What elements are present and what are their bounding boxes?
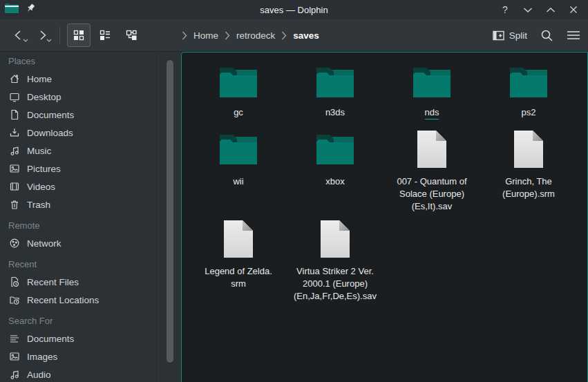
folder-icon — [5, 3, 19, 17]
sidebar-item-label: Trash — [27, 200, 50, 210]
content-area: Places Home Desktop Documents Downloads … — [0, 52, 588, 382]
places-panel: Places Home Desktop Documents Downloads … — [0, 52, 181, 382]
forward-history-caret-icon[interactable] — [46, 32, 52, 45]
sidebar-item-label: Pictures — [27, 164, 61, 174]
sidebar-item-label: Music — [27, 146, 51, 156]
sidebar-item-search-audio[interactable]: Audio — [0, 365, 181, 382]
item-label-line: 007 - Quantum of — [397, 175, 466, 188]
folder-item-n3ds[interactable]: n3ds — [287, 62, 383, 120]
sidebar-item-label: Images — [27, 352, 57, 362]
forward-button[interactable] — [32, 23, 53, 47]
split-button[interactable]: Split — [493, 30, 527, 41]
sidebar-item-documents[interactable]: Documents — [0, 106, 181, 124]
item-label-line: 2000.1 (Europe) — [294, 278, 377, 290]
item-label: ps2 — [522, 106, 536, 119]
sidebar-item-label: Audio — [27, 370, 51, 380]
item-label: xbox — [325, 175, 344, 188]
breadcrumb-home[interactable]: Home — [193, 30, 218, 41]
sidebar-item-desktop[interactable]: Desktop — [0, 88, 181, 106]
icons-view-button[interactable] — [67, 23, 91, 47]
sidebar-item-downloads[interactable]: Downloads — [0, 124, 181, 142]
breadcrumb-retrodeck[interactable]: retrodeck — [236, 30, 275, 41]
toolbar: Home retrodeck saves Split — [0, 19, 588, 52]
item-label: wii — [233, 175, 243, 188]
home-icon — [9, 73, 20, 84]
file-item-007-quantum-of-solace[interactable]: 007 - Quantum of Solace (Europe) (Es,It)… — [383, 127, 480, 213]
sidebar-item-label: Documents — [27, 334, 74, 344]
item-label-line: Solace (Europe) — [397, 188, 466, 200]
desktop-icon — [9, 91, 20, 102]
sidebar-item-videos[interactable]: Videos — [0, 178, 181, 195]
back-history-caret-icon[interactable] — [23, 32, 28, 45]
file-item-virtua-striker-2[interactable]: Virtua Striker 2 Ver. 2000.1 (Europe) (E… — [287, 217, 383, 303]
file-clock-icon — [9, 276, 20, 287]
sidebar-item-home[interactable]: Home — [0, 70, 181, 88]
breadcrumb: Home retrodeck saves — [182, 19, 319, 51]
sidebar-item-music[interactable]: Music — [0, 142, 181, 160]
sidebar-item-network[interactable]: Network — [0, 234, 181, 252]
item-label-hovered: nds — [425, 106, 439, 120]
maximize-button[interactable] — [543, 2, 558, 17]
pin-icon — [25, 3, 36, 17]
sidebar-item-pictures[interactable]: Pictures — [0, 160, 181, 178]
sidebar-item-recent-locations[interactable]: Recent Locations — [0, 291, 181, 309]
item-label-line: (Es,It).sav — [397, 200, 466, 213]
folder-view[interactable]: gc n3ds nds ps2 wii — [181, 52, 588, 382]
close-button[interactable] — [566, 2, 581, 17]
minimize-button[interactable] — [520, 2, 535, 17]
music-note-icon — [9, 369, 20, 380]
chevron-right-icon[interactable] — [182, 31, 187, 40]
file-item-legend-of-zelda[interactable]: Legend of Zelda. srm — [190, 217, 287, 303]
sidebar-scrollbar[interactable] — [167, 60, 173, 363]
section-header-recent: Recent — [0, 255, 181, 273]
folder-clock-icon — [9, 294, 20, 305]
section-header-search-for: Search For — [0, 312, 181, 330]
sidebar-item-recent-files[interactable]: Recent Files — [0, 273, 181, 291]
item-label-line: Grinch, The — [502, 175, 555, 188]
sidebar-item-search-documents[interactable]: Documents — [0, 330, 181, 347]
file-icon — [320, 220, 350, 258]
item-label-line: (Europe).srm — [502, 188, 555, 200]
sidebar-item-label: Recent Files — [27, 277, 79, 287]
section-header-places: Places — [0, 52, 181, 70]
folder-icon — [219, 133, 258, 165]
trash-icon — [9, 199, 20, 210]
sidebar-item-trash[interactable]: Trash — [0, 195, 181, 213]
sidebar-item-label: Downloads — [27, 128, 73, 138]
search-icon[interactable] — [540, 29, 553, 42]
panel-splitter[interactable] — [156, 52, 157, 382]
folder-item-xbox[interactable]: xbox — [287, 127, 383, 213]
file-item-grinch-the[interactable]: Grinch, The (Europe).srm — [480, 127, 577, 213]
image-icon — [9, 351, 20, 362]
titlebar[interactable]: saves — Dolphin ? — [0, 0, 588, 19]
sidebar-item-label: Home — [27, 74, 52, 84]
tree-view-button[interactable] — [120, 23, 143, 47]
split-view-icon — [493, 30, 504, 41]
text-lines-icon — [9, 333, 20, 344]
help-button[interactable]: ? — [497, 2, 513, 17]
back-button[interactable] — [8, 23, 29, 47]
hamburger-menu-icon[interactable] — [567, 30, 580, 40]
sidebar-item-label: Recent Locations — [27, 295, 99, 305]
breadcrumb-saves[interactable]: saves — [293, 30, 319, 41]
folder-item-nds[interactable]: nds — [383, 62, 480, 120]
chevron-right-icon — [225, 31, 230, 40]
sidebar-item-label: Desktop — [27, 92, 61, 102]
document-icon — [9, 109, 20, 120]
section-header-remote: Remote — [0, 216, 181, 234]
dolphin-window: saves — Dolphin ? — [0, 0, 588, 382]
details-view-button[interactable] — [93, 23, 117, 47]
sidebar-item-search-images[interactable]: Images — [0, 347, 181, 365]
sidebar-item-label: Videos — [27, 182, 55, 192]
split-label: Split — [509, 30, 527, 41]
item-label: gc — [234, 106, 243, 119]
item-label-line: Legend of Zelda. — [205, 265, 272, 278]
item-label-line: srm — [205, 278, 272, 290]
sidebar-item-label: Documents — [27, 110, 74, 120]
folder-icon — [509, 66, 548, 98]
folder-item-ps2[interactable]: ps2 — [480, 62, 577, 120]
sidebar-item-label: Network — [27, 238, 61, 249]
folder-item-wii[interactable]: wii — [190, 127, 287, 213]
item-label-line: Virtua Striker 2 Ver. — [294, 265, 377, 278]
folder-item-gc[interactable]: gc — [190, 62, 287, 120]
